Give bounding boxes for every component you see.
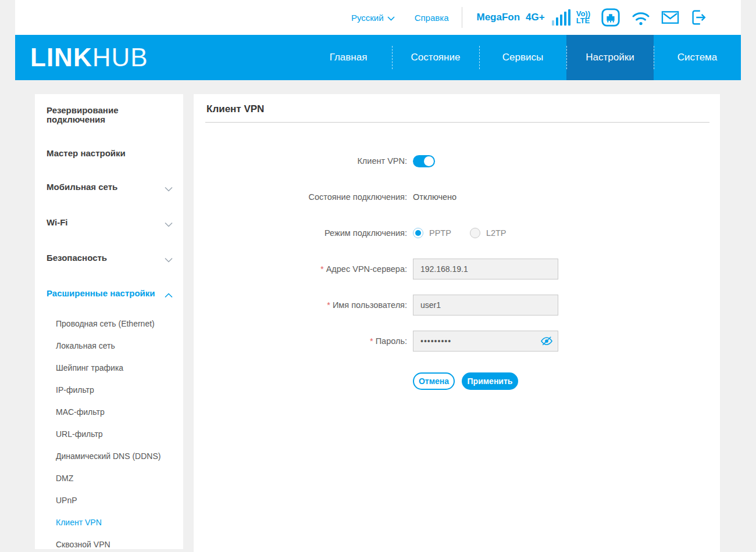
- tab-servisy[interactable]: Сервисы: [479, 35, 566, 80]
- password-row: *Пароль:: [194, 331, 720, 352]
- vpn-client-form: Клиент VPN: Состояние подключения: Отклю…: [194, 150, 720, 390]
- settings-sidebar: Резервирование подключения Мастер настро…: [35, 94, 183, 549]
- sidebar-subitem-wired-ethernet[interactable]: Проводная сеть (Ethernet): [56, 320, 173, 328]
- apply-button[interactable]: Применить: [462, 372, 518, 390]
- sidebar-subitem-dmz[interactable]: DMZ: [56, 474, 173, 482]
- chevron-up-icon: [165, 291, 173, 300]
- connection-status-label: Состояние подключения:: [194, 192, 407, 202]
- topbar-divider: [462, 7, 462, 28]
- radio-pptp[interactable]: PPTP: [413, 228, 451, 238]
- sidebar-subitem-ip-filter[interactable]: IP-фильтр: [56, 386, 173, 394]
- radio-circle: [413, 228, 423, 238]
- password-input[interactable]: [413, 331, 558, 352]
- linkhub-logo: LINKHUB: [30, 45, 148, 70]
- username-label: *Имя пользователя:: [194, 300, 407, 310]
- tab-glavnaya[interactable]: Главная: [305, 35, 392, 80]
- connection-mode-row: Режим подключения: PPTP L2TP: [194, 223, 720, 243]
- password-label: *Пароль:: [194, 336, 407, 346]
- radio-l2tp[interactable]: L2TP: [470, 228, 507, 238]
- tab-sostoyanie[interactable]: Состояние: [392, 35, 479, 80]
- required-marker: *: [320, 264, 324, 274]
- vpn-server-label: *Адрес VPN-сервера:: [194, 264, 407, 274]
- tab-sistema[interactable]: Система: [654, 35, 741, 80]
- operator-name: MegaFon: [476, 12, 520, 23]
- sidebar-item-backup-connection[interactable]: Резервирование подключения: [47, 106, 173, 124]
- nav-tabs: Главная Состояние Сервисы Настройки Сист…: [305, 35, 741, 80]
- vpn-toggle-row: Клиент VPN:: [194, 150, 720, 171]
- sidebar-item-setup-wizard[interactable]: Мастер настройки: [47, 149, 173, 158]
- tab-nastroyki[interactable]: Настройки: [566, 35, 654, 80]
- network-type: 4G+: [526, 12, 545, 23]
- username-row: *Имя пользователя:: [194, 295, 720, 316]
- chevron-down-icon: [165, 255, 173, 264]
- sidebar-subitem-url-filter[interactable]: URL-фильтр: [56, 430, 173, 438]
- connection-status-row: Состояние подключения: Отключено: [194, 187, 720, 207]
- eye-slash-icon[interactable]: [540, 335, 553, 349]
- radio-circle: [470, 228, 480, 238]
- wifi-icon: [631, 9, 651, 26]
- toggle-knob: [424, 156, 434, 166]
- sidebar-subitem-upnp[interactable]: UPnP: [56, 496, 173, 504]
- username-input[interactable]: [413, 295, 558, 316]
- mail-icon[interactable]: [661, 10, 679, 25]
- sidebar-item-security[interactable]: Безопасность: [47, 253, 173, 264]
- signal-bars-icon: [552, 9, 570, 26]
- sidebar-item-mobile-network[interactable]: Мобильная сеть: [47, 182, 173, 193]
- vpn-server-input[interactable]: [413, 259, 558, 279]
- connection-mode-label: Режим подключения:: [194, 228, 407, 238]
- volte-icon: Vo)) LTE: [576, 10, 590, 24]
- language-label: Русский: [351, 13, 384, 23]
- sidebar-subitem-local-network[interactable]: Локальная сеть: [56, 342, 173, 350]
- ethernet-icon: [601, 8, 621, 27]
- logout-icon[interactable]: [690, 8, 707, 27]
- vpn-server-row: *Адрес VPN-сервера:: [194, 259, 720, 279]
- chevron-down-icon: [165, 220, 173, 229]
- language-selector[interactable]: Русский: [351, 13, 395, 23]
- sidebar-subitem-ddns[interactable]: Динамический DNS (DDNS): [56, 452, 173, 460]
- chevron-down-icon: [165, 184, 173, 193]
- required-marker: *: [370, 336, 373, 346]
- connection-status-value: Отключено: [413, 192, 457, 202]
- sidebar-item-advanced-settings[interactable]: Расширенные настройки: [47, 289, 173, 300]
- sidebar-item-wifi[interactable]: Wi-Fi: [47, 218, 173, 229]
- required-marker: *: [327, 300, 330, 310]
- main-navbar: LINKHUB Главная Состояние Сервисы Настро…: [15, 35, 741, 80]
- vpn-toggle-label: Клиент VPN:: [194, 156, 407, 166]
- vpn-client-panel: Клиент VPN Клиент VPN: Состояние подключ…: [194, 94, 720, 552]
- sidebar-subitem-mac-filter[interactable]: MAC-фильтр: [56, 408, 173, 416]
- help-link[interactable]: Справка: [415, 13, 449, 23]
- page-title: Клиент VPN: [194, 94, 720, 122]
- sidebar-subitem-vpn-passthrough[interactable]: Сквозной VPN: [56, 540, 173, 549]
- title-divider: [205, 122, 709, 123]
- sidebar-subitem-vpn-client[interactable]: Клиент VPN: [56, 518, 173, 526]
- form-buttons: Отмена Применить: [413, 372, 720, 390]
- cancel-button[interactable]: Отмена: [413, 372, 455, 390]
- topbar: Русский Справка MegaFon 4G+ Vo)) LTE: [15, 0, 741, 35]
- sidebar-subitem-traffic-shaping[interactable]: Шейпинг трафика: [56, 364, 173, 372]
- chevron-down-icon: [387, 13, 395, 23]
- vpn-client-toggle[interactable]: [413, 155, 435, 167]
